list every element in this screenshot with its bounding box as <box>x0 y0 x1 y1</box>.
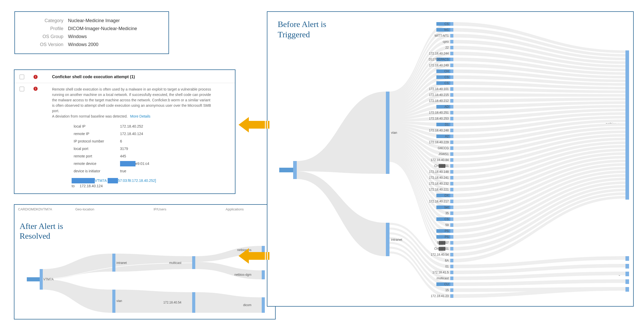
svg-rect-49 <box>450 69 453 73</box>
col-geolocation: Geo-location <box>75 207 94 212</box>
before-alert-panel: Before Alert isTriggered VTM7A vlan intr… <box>267 11 634 307</box>
alert-item-severity-icon: ! <box>33 87 38 91</box>
after-device-name: CARDIOMDKDVTM7A <box>18 207 52 212</box>
svg-rect-9 <box>192 292 195 313</box>
label-profile: Profile <box>22 26 63 31</box>
svg-text:172.18.40.215: 172.18.40.215 <box>429 93 449 97</box>
svg-rect-165 <box>625 50 629 200</box>
col-ipusers: IP/Users <box>154 207 166 212</box>
svg-rect-28 <box>450 28 453 32</box>
svg-text:multicast: multicast <box>169 261 182 265</box>
before-sankey: VTM7A vlan intranet CShr1WITT-NT1cpro221… <box>273 17 631 305</box>
svg-rect-17 <box>293 161 297 179</box>
svg-rect-15 <box>262 297 265 313</box>
svg-rect-13 <box>262 270 265 279</box>
svg-text:CH███01: CH███01 <box>434 164 449 168</box>
svg-rect-76 <box>450 123 453 126</box>
svg-rect-148 <box>450 265 453 268</box>
col-applications: Applications <box>226 207 244 212</box>
after-sankey: VTM7A intranet vlan multicast 172.18.40.… <box>17 238 272 318</box>
after-alert-panel: CARDIOMDKDVTM7A Geo-location IP/Users Ap… <box>14 204 276 319</box>
svg-text:172.18.40.253: 172.18.40.253 <box>429 117 449 120</box>
svg-text:CU: CU <box>444 282 449 286</box>
footer-device-link[interactable]: VTM7A <box>95 179 107 183</box>
svg-text:AD: AD <box>444 105 449 109</box>
svg-text:CS: CS <box>444 75 449 79</box>
svg-rect-151 <box>450 271 453 274</box>
svg-rect-145 <box>450 259 453 262</box>
svg-text:172.18.41.5: 172.18.41.5 <box>433 271 449 274</box>
svg-rect-142 <box>450 253 453 256</box>
svg-rect-37 <box>450 46 453 49</box>
svg-text:dicom: dicom <box>243 303 251 307</box>
svg-text:172.18.40.232: 172.18.40.232 <box>429 182 449 185</box>
label-category: Category <box>22 18 63 23</box>
svg-text:172.18.40.251: 172.18.40.251 <box>429 111 449 114</box>
svg-rect-58 <box>450 87 453 91</box>
svg-text:172.18.40.229: 172.18.40.229 <box>429 140 449 144</box>
svg-text:intranet: intranet <box>116 261 127 265</box>
arrow-to-alert <box>239 116 269 134</box>
svg-rect-124 <box>450 217 453 221</box>
svg-rect-167 <box>625 256 629 261</box>
svg-rect-40 <box>450 52 453 55</box>
svg-text:172.18.40.101: 172.18.40.101 <box>429 87 449 91</box>
svg-text:172.18.40.54: 172.18.40.54 <box>163 301 181 304</box>
svg-rect-94 <box>450 158 453 162</box>
svg-rect-109 <box>450 188 453 191</box>
svg-text:172.18.40.212: 172.18.40.212 <box>429 99 449 103</box>
svg-rect-73 <box>450 117 453 120</box>
svg-rect-70 <box>450 111 453 114</box>
device-info-card: Category Nuclear-Medicine Imager Profile… <box>14 11 169 54</box>
svg-rect-118 <box>450 206 453 209</box>
svg-rect-133 <box>450 235 453 239</box>
svg-text:G6CCG: G6CCG <box>438 146 449 150</box>
svg-marker-180 <box>239 248 269 264</box>
svg-rect-61 <box>450 93 453 97</box>
more-details-link[interactable]: More Details <box>130 114 150 118</box>
svg-text:intranet: intranet <box>391 238 402 242</box>
svg-text:CS: CS <box>444 22 449 26</box>
svg-rect-85 <box>450 140 453 144</box>
svg-text:172.18.40.241: 172.18.40.241 <box>429 176 449 180</box>
svg-rect-79 <box>450 129 453 132</box>
svg-rect-67 <box>450 105 453 109</box>
svg-rect-160 <box>450 288 453 292</box>
svg-text:PS: PS <box>445 235 449 239</box>
svg-rect-34 <box>450 40 453 43</box>
arrow-to-after <box>239 247 269 265</box>
svg-rect-82 <box>450 135 453 138</box>
alert-item-checkbox[interactable] <box>20 87 24 91</box>
svg-text:CH███01: CH███01 <box>434 247 449 251</box>
svg-rect-31 <box>450 34 453 38</box>
label-osver: OS Version <box>22 42 63 47</box>
svg-text:172.18.40.249: 172.18.40.249 <box>429 64 449 67</box>
svg-rect-171 <box>625 272 629 276</box>
svg-text:VTM7A: VTM7A <box>43 278 54 281</box>
svg-rect-46 <box>450 64 453 67</box>
svg-text:bet: bet <box>444 206 449 209</box>
svg-rect-106 <box>450 182 453 185</box>
svg-rect-91 <box>450 152 453 156</box>
svg-rect-7 <box>192 256 195 269</box>
svg-rect-157 <box>450 282 453 286</box>
svg-text:PS: PS <box>445 229 449 233</box>
svg-text:CH: CH <box>444 69 449 73</box>
svg-text:cpro: cpro <box>443 40 449 43</box>
svg-rect-55 <box>450 81 453 85</box>
svg-rect-127 <box>450 223 453 227</box>
alert-description: Remote shell code execution is often use… <box>52 87 212 189</box>
svg-rect-3 <box>112 254 115 272</box>
svg-rect-163 <box>450 294 453 298</box>
svg-rect-43 <box>450 58 453 61</box>
svg-text:172.18.40.54: 172.18.40.54 <box>431 253 449 256</box>
svg-rect-97 <box>450 164 453 168</box>
svg-rect-18 <box>279 168 293 172</box>
svg-text:CS: CS <box>444 81 449 85</box>
svg-rect-139 <box>450 247 453 251</box>
svg-text:172.18.40.84: 172.18.40.84 <box>431 158 449 162</box>
alert-checkbox[interactable] <box>20 75 24 79</box>
svg-rect-103 <box>450 176 453 180</box>
svg-rect-22 <box>386 223 389 256</box>
svg-rect-136 <box>450 241 453 245</box>
